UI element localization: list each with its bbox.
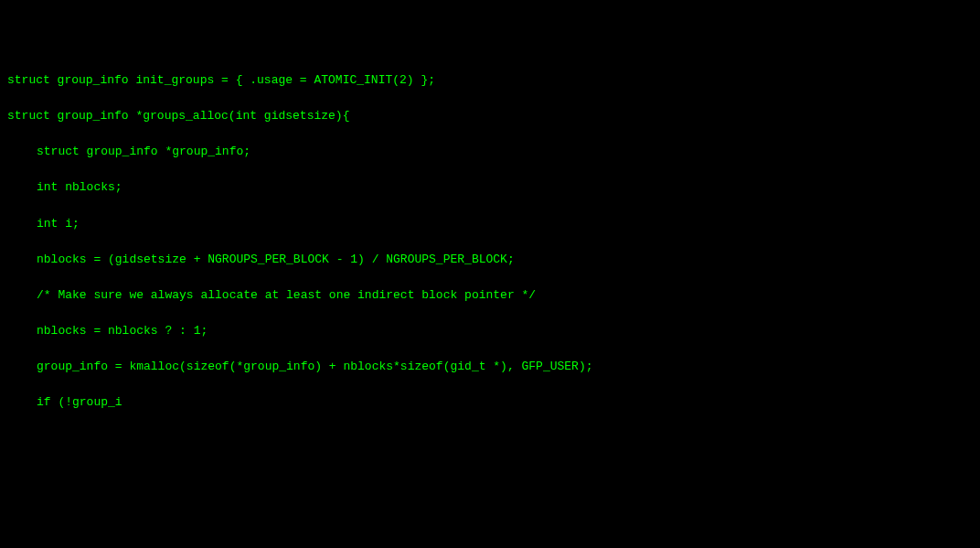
code-line: nblocks = nblocks ? : 1; — [7, 323, 973, 339]
code-line: struct group_info init_groups = { .usage… — [7, 72, 973, 89]
code-block: struct group_info init_groups = { .usage… — [7, 72, 973, 412]
code-line: int nblocks; — [7, 179, 973, 196]
code-line: int i; — [7, 216, 973, 232]
code-line: struct group_info *group_info; — [7, 144, 973, 160]
code-line: /* Make sure we always allocate at least… — [7, 287, 973, 304]
code-line: if (!group_i — [7, 394, 973, 411]
code-line: group_info = kmalloc(sizeof(*group_info)… — [7, 359, 973, 375]
code-line: nblocks = (gidsetsize + NGROUPS_PER_BLOC… — [7, 252, 973, 268]
code-line: struct group_info *groups_alloc(int gids… — [7, 108, 973, 124]
